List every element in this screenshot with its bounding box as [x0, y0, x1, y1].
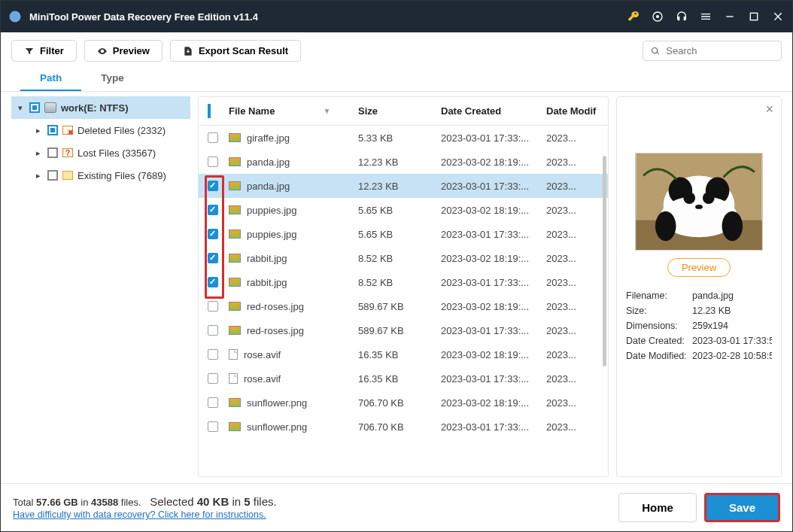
disc-icon[interactable] [651, 10, 664, 23]
file-date-created: 2023-03-02 18:19:... [441, 157, 546, 168]
tree-checkbox[interactable] [47, 125, 58, 135]
file-row[interactable]: giraffe.jpg5.33 KB2023-03-01 17:33:...20… [199, 126, 608, 150]
tree-label: Lost Files (33567) [77, 147, 156, 159]
file-checkbox[interactable] [208, 397, 218, 408]
tree-label: work(E: NTFS) [61, 102, 129, 114]
file-date-modified: 2023... [546, 301, 599, 312]
file-checkbox[interactable] [208, 277, 218, 287]
file-row[interactable]: panda.jpg12.23 KB2023-03-01 17:33:...202… [199, 174, 608, 198]
col-date-created[interactable]: Date Created [441, 105, 546, 117]
file-checkbox[interactable] [208, 301, 218, 312]
file-row[interactable]: red-roses.jpg589.67 KB2023-03-01 17:33:.… [199, 318, 608, 342]
file-checkbox[interactable] [208, 205, 218, 215]
preview-button[interactable]: Preview [84, 40, 163, 62]
menu-icon[interactable] [699, 10, 712, 23]
file-date-modified: 2023... [546, 277, 599, 288]
maximize-icon[interactable] [747, 10, 761, 23]
col-date-modified[interactable]: Date Modif [546, 105, 599, 117]
tab-type[interactable]: Type [81, 66, 144, 91]
tab-path[interactable]: Path [20, 66, 81, 91]
file-checkbox[interactable] [208, 229, 218, 239]
deleted-folder-icon [62, 126, 73, 135]
scrollbar[interactable] [603, 156, 606, 366]
file-row[interactable]: sunflower.png706.70 KB2023-03-02 18:19:.… [199, 391, 608, 415]
tree-root-drive[interactable]: ▾ work(E: NTFS) [11, 96, 190, 119]
select-all-checkbox[interactable] [208, 104, 211, 118]
file-row[interactable]: rabbit.jpg8.52 KB2023-03-02 18:19:...202… [199, 246, 608, 270]
file-row[interactable]: red-roses.jpg589.67 KB2023-03-02 18:19:.… [199, 294, 608, 318]
file-checkbox[interactable] [208, 421, 218, 432]
tree-lost-files[interactable]: ▸ ? Lost Files (33567) [11, 141, 190, 164]
save-button[interactable]: Save [704, 493, 780, 522]
file-date-modified: 2023... [546, 397, 599, 409]
meta-dc-value: 2023-03-01 17:33:57 [692, 336, 772, 346]
export-label: Export Scan Result [199, 45, 288, 56]
file-checkbox[interactable] [208, 157, 218, 167]
search-icon [651, 46, 660, 56]
file-size: 706.70 KB [358, 397, 441, 409]
file-checkbox[interactable] [208, 132, 218, 143]
preview-label: Preview [113, 45, 150, 56]
file-checkbox[interactable] [208, 373, 218, 384]
tree-checkbox[interactable] [47, 170, 58, 181]
file-date-created: 2023-03-02 18:19:... [441, 349, 546, 360]
file-size: 8.52 KB [358, 253, 441, 264]
window-title: MiniTool Power Data Recovery Free Editio… [29, 11, 627, 23]
file-name: sunflower.png [247, 421, 307, 433]
file-date-modified: 2023... [546, 421, 599, 433]
filter-button[interactable]: Filter [11, 40, 77, 62]
file-type-icon [229, 373, 238, 384]
file-row[interactable]: panda.jpg12.23 KB2023-03-02 18:19:...202… [199, 150, 608, 174]
search-field[interactable] [643, 41, 782, 61]
file-size: 8.52 KB [358, 277, 441, 288]
tree-existing-files[interactable]: ▸ Existing Files (7689) [11, 164, 190, 187]
meta-dims-value: 259x194 [692, 321, 772, 331]
file-size: 5.65 KB [358, 229, 441, 240]
close-preview-icon[interactable]: × [765, 102, 773, 117]
file-row[interactable]: puppies.jpg5.65 KB2023-03-01 17:33:...20… [199, 222, 608, 246]
file-type-icon [229, 326, 241, 335]
meta-dm-value: 2023-02-28 10:58:50 [692, 351, 772, 361]
preview-file-button[interactable]: Preview [667, 258, 731, 277]
key-icon[interactable] [627, 10, 640, 23]
file-date-modified: 2023... [546, 205, 599, 216]
meta-size-label: Size: [626, 306, 692, 316]
headset-icon[interactable] [675, 10, 688, 23]
tree-label: Deleted Files (2332) [77, 125, 166, 136]
meta-dims-label: Dimensions: [626, 321, 692, 331]
file-row[interactable]: rose.avif16.35 KB2023-03-02 18:19:...202… [199, 342, 608, 366]
col-size[interactable]: Size [358, 105, 441, 117]
tree-checkbox[interactable] [29, 102, 40, 113]
help-link[interactable]: Have difficulty with data recovery? Clic… [13, 509, 277, 520]
file-checkbox[interactable] [208, 253, 218, 263]
file-list: File Name▼ Size Date Created Date Modif … [198, 96, 609, 477]
file-row[interactable]: rose.avif16.35 KB2023-03-01 17:33:...202… [199, 366, 608, 391]
file-date-created: 2023-03-01 17:33:... [441, 325, 546, 336]
file-row[interactable]: rabbit.jpg8.52 KB2023-03-01 17:33:...202… [199, 270, 608, 294]
file-name: rose.avif [244, 373, 281, 385]
file-size: 5.33 KB [358, 132, 441, 144]
file-date-created: 2023-03-01 17:33:... [441, 132, 546, 144]
filter-icon [24, 46, 35, 56]
svg-point-2 [656, 15, 659, 18]
close-icon[interactable] [771, 10, 785, 23]
search-input[interactable] [666, 45, 773, 56]
file-date-modified: 2023... [546, 373, 599, 385]
tree-checkbox[interactable] [47, 147, 58, 158]
file-checkbox[interactable] [208, 181, 218, 191]
home-button[interactable]: Home [618, 493, 697, 522]
file-size: 589.67 KB [358, 325, 441, 336]
folder-icon [62, 171, 73, 180]
minimize-icon[interactable] [723, 10, 737, 23]
file-checkbox[interactable] [208, 349, 218, 360]
file-row[interactable]: sunflower.png706.70 KB2023-03-01 17:33:.… [199, 415, 608, 439]
col-filename[interactable]: File Name [229, 105, 275, 117]
svg-point-11 [655, 211, 676, 241]
file-row[interactable]: puppies.jpg5.65 KB2023-03-02 18:19:...20… [199, 198, 608, 222]
app-logo-icon [8, 10, 22, 23]
export-button[interactable]: Export Scan Result [170, 40, 301, 62]
file-type-icon [229, 181, 241, 190]
tree-deleted-files[interactable]: ▸ Deleted Files (2332) [11, 119, 190, 141]
file-checkbox[interactable] [208, 325, 218, 336]
file-type-icon [229, 254, 241, 263]
